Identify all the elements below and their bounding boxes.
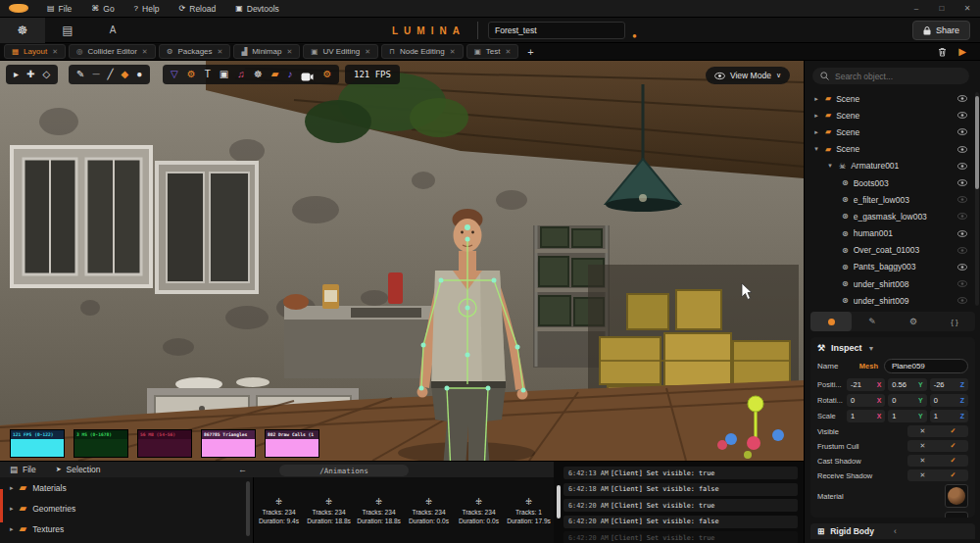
tree-row-mesh[interactable]: ⊛Boots003: [805, 174, 973, 191]
ms-stat[interactable]: 3 MS (0-1678): [74, 429, 128, 458]
back-arrow-icon[interactable]: ←: [238, 465, 247, 474]
animation-card[interactable]: ⁜Tracks: 1Duration: 17.9s: [504, 477, 554, 543]
tree-row-mesh[interactable]: ⊛Pants_baggy003: [805, 259, 973, 275]
select-tool-icon[interactable]: ▸: [14, 65, 19, 84]
asset-row-materials[interactable]: ▸▰Materials: [0, 477, 253, 498]
animation-card[interactable]: ⁜Tracks: 234Duration: 0.0s: [404, 477, 454, 543]
menu-help[interactable]: ?Help: [124, 0, 170, 18]
line-tool-icon[interactable]: ─: [92, 65, 99, 84]
position-z-field[interactable]: -26Z: [930, 378, 968, 391]
minimize-button[interactable]: –: [904, 0, 929, 18]
prism-tool-icon[interactable]: ▽: [171, 65, 178, 84]
camera-tool-icon[interactable]: [301, 73, 314, 81]
frustum-cull-toggle[interactable]: ✕✓: [907, 440, 968, 452]
close-button[interactable]: ✕: [955, 0, 980, 18]
chevron-left-icon[interactable]: ‹: [894, 526, 897, 536]
rotation-z-field[interactable]: 0Z: [930, 394, 968, 407]
tree-row-mesh[interactable]: ⊛Over_coat_01003: [805, 242, 973, 259]
eye-off-icon[interactable]: [957, 280, 967, 287]
animation-card[interactable]: ⁜Tracks: 234Duration: 0.0s: [454, 477, 504, 543]
console-scrollbar-thumb[interactable]: [557, 485, 561, 518]
animation-card[interactable]: ⁜Tracks: 234Duration: 9.4s: [254, 477, 304, 543]
x-icon[interactable]: ✕: [907, 440, 938, 452]
app-logo[interactable]: [0, 0, 37, 18]
eye-off-icon[interactable]: [957, 213, 967, 220]
paint-tool-icon[interactable]: ◆: [122, 65, 129, 84]
image-tool-icon[interactable]: ▣: [220, 65, 228, 84]
check-icon[interactable]: ✓: [938, 469, 968, 481]
close-icon[interactable]: ✕: [450, 48, 456, 56]
check-icon[interactable]: ✓: [938, 455, 968, 467]
memory-stat[interactable]: 56 MB (54-56): [137, 429, 192, 458]
x-icon[interactable]: ✕: [907, 425, 938, 437]
geometry-thumbnail[interactable]: ◅: [945, 512, 968, 518]
eye-icon[interactable]: [957, 112, 967, 119]
bottom-selection-menu[interactable]: ➤Selection: [46, 465, 111, 474]
close-icon[interactable]: ✕: [286, 48, 292, 56]
new-tab-button[interactable]: +: [521, 46, 539, 58]
receive-shadow-toggle[interactable]: ✕✓: [907, 469, 968, 481]
folder-tool-icon[interactable]: ▰: [271, 65, 279, 84]
eye-icon[interactable]: [957, 163, 967, 170]
tab-node-editing[interactable]: ⊓Node Editing✕: [381, 44, 464, 59]
tab-settings[interactable]: ⚙: [893, 312, 934, 331]
eye-off-icon[interactable]: [957, 297, 967, 304]
scale-y-field[interactable]: 1Y: [888, 410, 926, 422]
mode-tab-viewport[interactable]: ☸: [0, 18, 45, 43]
eye-icon[interactable]: [957, 95, 967, 102]
tree-row-armature[interactable]: ▾☠Armature001: [805, 158, 973, 174]
x-icon[interactable]: ✕: [907, 469, 938, 481]
eye-off-icon[interactable]: [957, 247, 967, 254]
eye-icon[interactable]: [957, 179, 967, 186]
wheel-tool-icon[interactable]: ☸: [254, 65, 263, 84]
tab-minimap[interactable]: ▟Minimap✕: [233, 44, 300, 59]
position-x-field[interactable]: -21X: [847, 378, 885, 391]
eye-off-icon[interactable]: [957, 196, 967, 203]
tree-row-mesh[interactable]: ⊛under_shirt008: [805, 275, 973, 292]
check-icon[interactable]: ✓: [938, 425, 968, 437]
share-button[interactable]: Share: [912, 21, 970, 40]
check-icon[interactable]: ✓: [938, 440, 968, 452]
menu-go[interactable]: ⌘Go: [81, 0, 123, 18]
play-button[interactable]: ▶: [958, 46, 966, 57]
audio-tool-icon[interactable]: ♫: [237, 65, 245, 84]
asset-tree-scrollbar[interactable]: [246, 481, 250, 536]
cast-shadow-toggle[interactable]: ✕✓: [907, 455, 968, 467]
bottom-file-menu[interactable]: ▤File: [0, 465, 46, 474]
scale-z-field[interactable]: 1Z: [930, 410, 968, 422]
tab-packages[interactable]: ⚙Packages✕: [159, 44, 231, 59]
rotation-x-field[interactable]: 0X: [847, 394, 885, 407]
fps-stat[interactable]: 121 FPS (0-122): [10, 429, 65, 458]
tree-row-mesh[interactable]: ⊛e_gasmask_low003: [805, 208, 973, 224]
material-thumbnail[interactable]: [945, 484, 968, 508]
search-box[interactable]: [812, 68, 969, 84]
trash-icon[interactable]: [938, 47, 947, 57]
scale-x-field[interactable]: 1X: [847, 410, 885, 422]
mode-tab-typography[interactable]: A: [90, 18, 135, 43]
asset-row-textures[interactable]: ▸▰Textures: [0, 518, 253, 539]
tree-row-scene[interactable]: ▸▰Scene: [805, 90, 973, 107]
close-icon[interactable]: ✕: [505, 48, 511, 56]
tree-row-scene[interactable]: ▸▰Scene: [805, 123, 973, 140]
dot-tool-icon[interactable]: ●: [136, 65, 142, 84]
scale-tool-icon[interactable]: ◇: [42, 65, 50, 84]
project-name-input[interactable]: [488, 22, 625, 39]
close-icon[interactable]: ✕: [52, 48, 58, 56]
drawcalls-stat[interactable]: 802 Draw Calls (1: [265, 429, 319, 458]
settings-tool-icon[interactable]: ⚙: [322, 65, 331, 84]
close-icon[interactable]: ✕: [365, 48, 370, 56]
chevron-down-icon[interactable]: ▼: [868, 345, 875, 352]
tab-code[interactable]: { }: [934, 312, 975, 331]
tree-row-mesh[interactable]: ⊛under_shirt009: [805, 292, 973, 309]
eye-icon[interactable]: [957, 230, 967, 237]
rotation-y-field[interactable]: 0Y: [888, 394, 926, 407]
menu-devtools[interactable]: ▣Devtools: [225, 0, 289, 18]
pencil-tool-icon[interactable]: ✎: [76, 65, 84, 84]
position-y-field[interactable]: 0.56Y: [888, 378, 926, 391]
mode-tab-files[interactable]: ▤: [45, 18, 90, 43]
asset-row-geometries[interactable]: ▸▰Geometries: [0, 498, 253, 518]
close-icon[interactable]: ✕: [218, 48, 223, 56]
scene-tree-scrollbar-thumb[interactable]: [975, 96, 979, 189]
tab-uv-editing[interactable]: ▣UV Editing✕: [303, 44, 378, 59]
tab-test[interactable]: ▣Test✕: [466, 44, 519, 59]
